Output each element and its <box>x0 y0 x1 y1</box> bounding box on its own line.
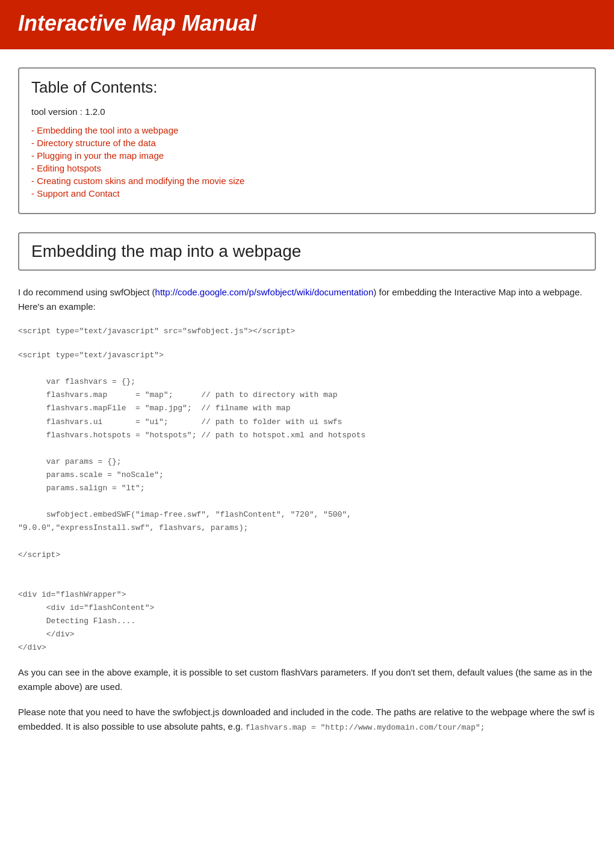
intro-text-1: I do recommend using swfObject ( <box>18 287 155 297</box>
toc-link-hotspots[interactable]: - Editing hotspots <box>31 163 101 173</box>
list-item: - Directory structure of the data <box>31 138 583 148</box>
main-content: Table of Contents: tool version : 1.2.0 … <box>0 67 614 769</box>
code-block-1: <script type="text/javascript" src="swfo… <box>18 325 596 338</box>
swfobject-link[interactable]: http://code.google.com/p/swfobject/wiki/… <box>155 287 374 297</box>
list-item: - Plugging in your the map image <box>31 150 583 161</box>
code-block-2: <script type="text/javascript"> var flas… <box>18 349 596 654</box>
list-item: - Editing hotspots <box>31 163 583 173</box>
page-header: Interactive Map Manual <box>0 0 614 49</box>
toc-link-skins[interactable]: - Creating custom skins and modifying th… <box>31 176 244 186</box>
toc-link-map-image[interactable]: - Plugging in your the map image <box>31 150 164 161</box>
embedding-section-header: Embedding the map into a webpage <box>18 232 596 271</box>
embedding-heading: Embedding the map into a webpage <box>31 242 583 261</box>
list-item: - Creating custom skins and modifying th… <box>31 176 583 186</box>
toc-box: Table of Contents: tool version : 1.2.0 … <box>18 67 596 214</box>
toc-link-support[interactable]: - Support and Contact <box>31 188 120 199</box>
page-title: Interactive Map Manual <box>18 11 596 36</box>
outro-text-2: Please note that you need to have the sw… <box>18 705 596 734</box>
toc-list: - Embedding the tool into a webpage - Di… <box>31 125 583 199</box>
embedding-intro: I do recommend using swfObject (http://c… <box>18 285 596 314</box>
toc-version: tool version : 1.2.0 <box>31 106 583 117</box>
outro-inline-code: flashvars.map = "http://www.mydomain.com… <box>246 723 485 732</box>
list-item: - Support and Contact <box>31 188 583 199</box>
toc-heading: Table of Contents: <box>31 78 583 97</box>
outro-text-1: As you can see in the above example, it … <box>18 665 596 694</box>
list-item: - Embedding the tool into a webpage <box>31 125 583 135</box>
toc-link-directory[interactable]: - Directory structure of the data <box>31 138 156 148</box>
toc-link-embedding[interactable]: - Embedding the tool into a webpage <box>31 125 178 135</box>
